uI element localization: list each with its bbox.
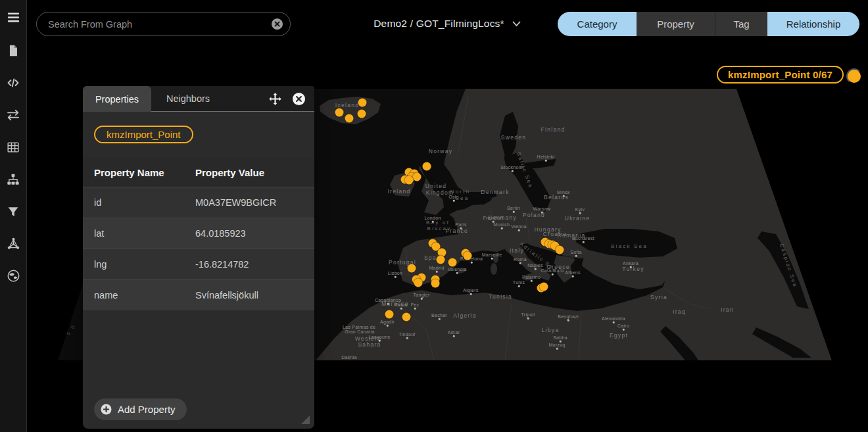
map-point-marker[interactable] [335, 108, 344, 117]
map-city-dot [541, 212, 543, 214]
category-count-badge[interactable]: kmzImport_Point 0/67 [717, 66, 844, 84]
map-city-dot [493, 221, 494, 223]
code-icon [5, 75, 21, 91]
panel-tabstrip: Properties Neighbors [83, 86, 314, 112]
map-city-dot [552, 274, 554, 276]
map-point-marker[interactable] [358, 110, 366, 118]
search-input[interactable] [36, 12, 291, 36]
map-point-marker[interactable] [385, 310, 394, 319]
filter-icon [6, 204, 20, 219]
map-point-marker[interactable] [464, 252, 472, 260]
map-point-marker[interactable] [402, 313, 411, 322]
map-city-dot [518, 229, 520, 231]
map-city-dot [513, 211, 515, 213]
map-land-mainland [316, 89, 832, 360]
map-land-corsica [493, 254, 498, 263]
map-point-marker[interactable] [431, 279, 440, 288]
add-property-button[interactable]: Add Property [94, 398, 187, 420]
map-point-marker[interactable] [408, 264, 416, 273]
table-row[interactable]: lat 64.0185923 [83, 218, 314, 249]
map-point-marker[interactable] [556, 246, 564, 254]
map-city-dot [518, 285, 520, 287]
move-icon [268, 92, 282, 106]
table-row[interactable]: name Svínafellsjökull [83, 279, 314, 310]
property-table-header: Property Name Property Value [83, 158, 314, 187]
map-city-dot [387, 303, 389, 305]
sidebar-item-geo[interactable] [0, 260, 26, 292]
sidebar-item-menu[interactable] [0, 0, 26, 34]
sidebar-item-query-code[interactable] [0, 66, 26, 99]
segment-tag[interactable]: Tag [715, 12, 767, 36]
map-city-dot [439, 318, 441, 320]
property-name: name [83, 290, 195, 300]
search-clear-button[interactable] [271, 18, 283, 30]
map-city-dot [567, 320, 569, 322]
map-city-dot [579, 212, 581, 214]
map-city-dot [512, 170, 514, 172]
property-name: id [83, 197, 195, 208]
sidebar-item-swap[interactable] [0, 99, 26, 131]
node-category-badge[interactable]: kmzImport_Point [94, 126, 193, 143]
map-city-dot [395, 276, 397, 278]
panel-resize-handle[interactable] [301, 416, 310, 424]
segment-property[interactable]: Property [637, 12, 715, 36]
sidebar-item-table[interactable] [0, 131, 26, 163]
map-point-marker[interactable] [540, 283, 548, 291]
sidebar-item-schema[interactable] [0, 163, 26, 195]
graph-title: Demo2 / GOT_FilmingLocs* [374, 18, 504, 30]
map-city-dot [436, 271, 438, 273]
category-color-dot[interactable] [846, 68, 862, 84]
map-city-dot [460, 228, 462, 229]
map-city-dot [349, 360, 350, 362]
table-row[interactable]: lng -16.8214782 [83, 249, 314, 279]
property-value: 64.0185923 [195, 228, 314, 239]
plus-circle-icon [101, 404, 112, 415]
chevron-down-icon[interactable] [512, 21, 521, 27]
sidebar-item-documents[interactable] [0, 34, 26, 66]
map-city-dot [563, 195, 565, 197]
map-point-marker[interactable] [413, 173, 422, 181]
app-window: IcelandNorwaySwedenFinlandIrelandUnitedK… [0, 0, 868, 432]
clear-circle-x-icon [271, 18, 283, 30]
globe-icon [6, 268, 21, 283]
map-point-marker[interactable] [448, 258, 457, 267]
map-city-dot [456, 272, 458, 274]
map-city-dot [379, 340, 381, 342]
map-city-dot [453, 335, 455, 337]
property-value: M0A37EW9BGICR [195, 197, 314, 208]
sidebar-item-filter[interactable] [0, 195, 26, 228]
column-header-name: Property Name [83, 167, 195, 178]
menu-icon [6, 10, 21, 25]
map-point-marker[interactable] [358, 99, 367, 107]
segment-category[interactable]: Category [558, 12, 637, 36]
panel-close-button[interactable] [292, 92, 306, 106]
panel-body: kmzImport_Point Property Name Property V… [83, 112, 314, 429]
map-city-dot [421, 298, 423, 300]
map-city-dot [560, 341, 562, 343]
map-land-sardinia [491, 263, 497, 275]
map-city-dot [414, 308, 416, 310]
table-icon [6, 140, 20, 155]
left-toolbar [0, 0, 27, 432]
map-city-dot [583, 241, 585, 243]
map-city-dot [519, 262, 521, 264]
map-city-dot [501, 228, 503, 229]
map-point-marker[interactable] [423, 162, 431, 171]
panel-move-button[interactable] [268, 92, 282, 106]
tab-properties[interactable]: Properties [83, 86, 151, 112]
close-icon [292, 92, 306, 106]
map-city-dot [556, 348, 558, 350]
map-point-marker[interactable] [405, 176, 414, 185]
property-table: Property Name Property Value id M0A37EW9… [83, 158, 314, 310]
tab-neighbors[interactable]: Neighbors [151, 86, 225, 111]
property-value: Svínafellsjökull [195, 290, 314, 300]
sidebar-item-graph[interactable] [0, 228, 26, 260]
table-row[interactable]: id M0A37EW9BGICR [83, 187, 314, 218]
map-city-dot [623, 329, 625, 331]
map-point-marker[interactable] [437, 256, 445, 264]
segment-relationship[interactable]: Relationship [767, 12, 859, 36]
column-header-value: Property Value [195, 167, 314, 178]
map-point-marker[interactable] [345, 114, 354, 123]
display-mode-segments: Category Property Tag Relationship [558, 12, 859, 36]
map-point-marker[interactable] [414, 279, 423, 287]
